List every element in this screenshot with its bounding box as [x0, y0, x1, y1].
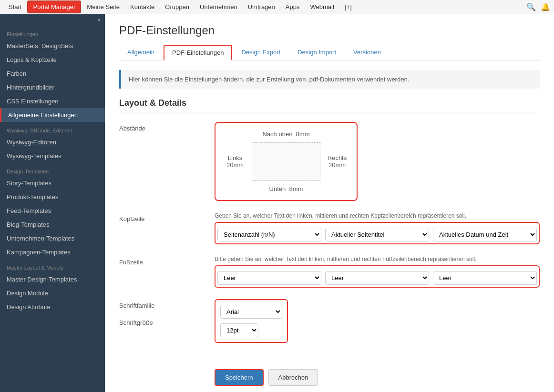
- label-schriftgroesse: Schriftgröße: [119, 316, 215, 326]
- header-info-text: Geben Sie an, welcher Text den linken, m…: [215, 212, 540, 219]
- main-content: PDF-Einstellungen Allgemein PDF-Einstell…: [105, 14, 554, 392]
- form-row-buttons: Speichern Abbrechen: [119, 364, 540, 386]
- button-row-spacer: [119, 364, 215, 367]
- nav-item-webmail[interactable]: Webmail: [305, 1, 339, 12]
- footer-right-select[interactable]: Leer Seitenanzahl (n/N) Aktueller Seiten…: [433, 271, 537, 285]
- btn-row: Speichern Abbrechen: [215, 369, 540, 386]
- sidebar-item-mastersets[interactable]: MasterSets, DesignSets: [0, 39, 105, 53]
- form-row-fusszeile: Fußzeile Bitte geben Sie an, welcher Tex…: [119, 256, 540, 288]
- sidebar-item-farben[interactable]: Farben: [0, 67, 105, 80]
- margin-top: Nach oben 8mm: [223, 131, 349, 138]
- sidebar-item-story-templates[interactable]: Story-Templates: [0, 176, 105, 190]
- margin-center-area: [252, 142, 320, 181]
- layout: × Einstellungen MasterSets, DesignSets L…: [0, 14, 554, 392]
- sidebar-item-blog-templates[interactable]: Blog-Templates: [0, 218, 105, 231]
- footer-content: Bitte geben Sie an, welcher Text den lin…: [215, 256, 540, 288]
- sidebar-item-css[interactable]: CSS Einstellungen: [0, 94, 105, 108]
- nav-item-plus[interactable]: [+]: [340, 1, 357, 12]
- top-nav-right: 🔍 🔔: [526, 2, 550, 11]
- info-text: Hier können Sie die Einstellungen ändern…: [129, 76, 409, 83]
- sidebar-item-hintergrundbilder[interactable]: Hintergrundbilder: [0, 80, 105, 94]
- nav-item-apps[interactable]: Apps: [281, 1, 305, 12]
- sidebar-item-logos[interactable]: Logos & Kopfzeile: [0, 53, 105, 67]
- nav-item-gruppen[interactable]: Gruppen: [160, 1, 194, 12]
- sidebar-item-design-module[interactable]: Design Module: [0, 286, 105, 300]
- label-fusszeile: Fußzeile: [119, 256, 215, 266]
- header-selects: Seitenanzahl (n/N) Aktueller Seitentitel…: [215, 222, 540, 244]
- font-size-row: 8pt 10pt 12pt 14pt 16pt: [220, 323, 282, 337]
- sidebar-item-wysiwyg-templates[interactable]: Wysiwyg-Templates: [0, 149, 105, 163]
- sidebar-item-kampagnen-templates[interactable]: Kampagnen-Templates: [0, 245, 105, 259]
- sidebar-item-produkt-templates[interactable]: Produkt-Templates: [0, 190, 105, 204]
- nav-item-portal-manager[interactable]: Portal Manager: [27, 0, 81, 13]
- footer-selects: Leer Seitenanzahl (n/N) Aktueller Seiten…: [215, 265, 540, 288]
- font-content: Arial Times New Roman Courier Helvetica …: [215, 299, 540, 343]
- cancel-button[interactable]: Abbrechen: [268, 369, 318, 386]
- top-nav: Start Portal Manager Meine Seite Kontakt…: [0, 0, 554, 14]
- notifications-icon[interactable]: 🔔: [541, 2, 550, 11]
- sidebar-item-master-design[interactable]: Master Design-Templates: [0, 272, 105, 286]
- nav-item-kontakte[interactable]: Kontakte: [125, 1, 159, 12]
- nav-item-unternehmen[interactable]: Unternehmen: [195, 1, 242, 12]
- tabs: Allgemein PDF-Einstellungen Design Expor…: [119, 45, 540, 60]
- search-icon[interactable]: 🔍: [526, 2, 536, 11]
- tab-versionen[interactable]: Versionen: [345, 45, 389, 60]
- margins-middle: Links 20mm Rechts 20mm: [223, 142, 349, 181]
- section-label-einstellungen: Einstellungen: [0, 26, 105, 39]
- form-row-abstaende: Abstände Nach oben 8mm Links 20mm: [119, 122, 540, 201]
- section-label-wysiwyg: Wysiwyg, BBCode, Editoren: [0, 122, 105, 135]
- button-content: Speichern Abbrechen: [215, 364, 540, 386]
- label-abstaende: Abstände: [119, 122, 215, 132]
- margins-box: Nach oben 8mm Links 20mm Rechts 20mm: [215, 122, 358, 201]
- header-middle-select[interactable]: Seitenanzahl (n/N) Aktueller Seitentitel…: [325, 228, 429, 241]
- margin-left: Links 20mm: [223, 154, 247, 169]
- header-right-select[interactable]: Seitenanzahl (n/N) Aktueller Seitentitel…: [433, 228, 537, 241]
- footer-select-row: Leer Seitenanzahl (n/N) Aktueller Seiten…: [217, 271, 537, 285]
- nav-item-start[interactable]: Start: [4, 1, 26, 12]
- margin-bottom: Unten 8mm: [223, 185, 349, 192]
- sidebar-close-button[interactable]: ×: [0, 14, 105, 26]
- margin-right: Rechts 20mm: [325, 154, 349, 169]
- margins-diagram: Nach oben 8mm Links 20mm Rechts 20mm: [215, 122, 540, 201]
- footer-middle-select[interactable]: Leer Seitenanzahl (n/N) Aktueller Seiten…: [325, 271, 429, 285]
- nav-item-meine-seite[interactable]: Meine Seite: [82, 1, 124, 12]
- font-family-select[interactable]: Arial Times New Roman Courier Helvetica: [220, 305, 282, 319]
- tab-pdf-einstellungen[interactable]: PDF-Einstellungen: [164, 45, 232, 60]
- sidebar-item-allgemeine[interactable]: Allgemeine Einstellungen: [0, 108, 105, 122]
- section-label-design-templates: Design-Templates: [0, 163, 105, 176]
- label-schriftfamilie: Schriftfamilie: [119, 299, 215, 309]
- sidebar-item-wysiwyg-editoren[interactable]: Wysiwyg-Editoren: [0, 135, 105, 149]
- sidebar-item-feed-templates[interactable]: Feed-Templates: [0, 204, 105, 218]
- tab-allgemein[interactable]: Allgemein: [119, 45, 163, 60]
- nav-item-umfragen[interactable]: Umfragen: [243, 1, 280, 12]
- sidebar-item-unternehmen-templates[interactable]: Unternehmen-Templates: [0, 231, 105, 245]
- footer-left-select[interactable]: Leer Seitenanzahl (n/N) Aktueller Seiten…: [217, 271, 321, 285]
- footer-info-text: Bitte geben Sie an, welcher Text den lin…: [215, 256, 540, 262]
- header-left-select[interactable]: Seitenanzahl (n/N) Aktueller Seitentitel…: [217, 228, 321, 241]
- header-select-row: Seitenanzahl (n/N) Aktueller Seitentitel…: [217, 228, 537, 241]
- header-content: Geben Sie an, welcher Text den linken, m…: [215, 212, 540, 244]
- tab-design-export[interactable]: Design Export: [233, 45, 288, 60]
- form-row-kopfzeile: Kopfzeile Geben Sie an, welcher Text den…: [119, 212, 540, 244]
- label-kopfzeile: Kopfzeile: [119, 212, 215, 222]
- save-button[interactable]: Speichern: [215, 369, 264, 386]
- info-box: Hier können Sie die Einstellungen ändern…: [119, 70, 540, 89]
- sidebar: × Einstellungen MasterSets, DesignSets L…: [0, 14, 105, 392]
- tab-design-import[interactable]: Design Import: [289, 45, 344, 60]
- section-title: Layout & Details: [119, 98, 540, 112]
- section-label-master-layout: Master Layout & Module: [0, 259, 105, 272]
- font-size-select[interactable]: 8pt 10pt 12pt 14pt 16pt: [220, 323, 258, 337]
- font-box: Arial Times New Roman Courier Helvetica …: [215, 299, 288, 343]
- sidebar-item-design-attribute[interactable]: Design Attribute: [0, 300, 105, 314]
- page-title: PDF-Einstellungen: [119, 24, 540, 37]
